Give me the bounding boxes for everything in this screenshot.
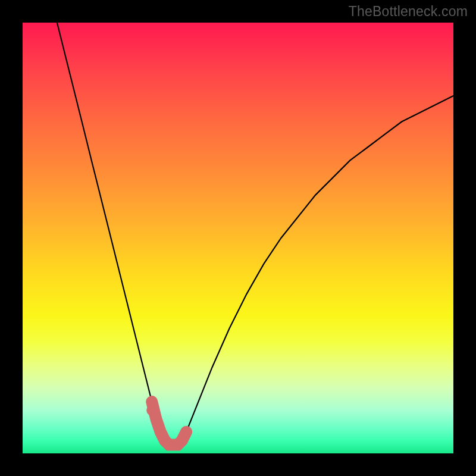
bottom-highlight-segment	[152, 402, 186, 444]
bottleneck-curve-line	[57, 23, 453, 445]
chart-plot-area	[23, 23, 453, 453]
highlight-dot	[146, 405, 157, 416]
watermark-text: TheBottleneck.com	[349, 4, 468, 20]
chart-frame: TheBottleneck.com	[0, 0, 476, 476]
chart-svg	[23, 23, 453, 453]
